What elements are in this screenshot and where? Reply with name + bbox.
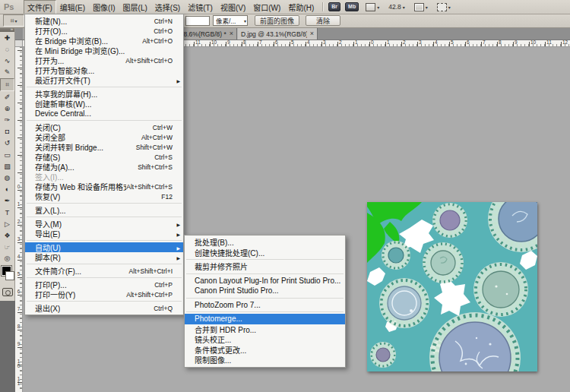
menu-item[interactable]: Device Central...: [25, 109, 183, 119]
menu-item[interactable]: 脚本(R)▶: [25, 252, 183, 262]
menu-item[interactable]: 置入(L)...: [25, 205, 183, 215]
menu-item[interactable]: 创建新审核(W)...: [25, 99, 183, 109]
menu-item-shortcut: F12: [161, 193, 180, 201]
ruler-label: 3: [323, 40, 326, 45]
launch-bridge-button[interactable]: Br: [328, 2, 340, 11]
menubar-item-image[interactable]: 图像(I): [89, 0, 119, 14]
dodge-tool[interactable]: ◐: [0, 184, 14, 195]
zoom-level-control[interactable]: 42.8 ▾: [386, 2, 407, 12]
resolution-unit-value: 像素/...: [216, 16, 236, 25]
zoom-level-value: 42.8: [388, 3, 401, 11]
background-color-swatch[interactable]: [5, 271, 14, 280]
front-image-button[interactable]: 前面的图像: [255, 15, 299, 26]
menu-item[interactable]: 镜头校正...: [185, 334, 345, 345]
menu-item-shortcut: Shift+Ctrl+S: [138, 163, 180, 171]
ruler-label: 4: [435, 40, 438, 45]
menubar-item-filter[interactable]: 滤镜(T): [184, 0, 217, 14]
lasso-tool[interactable]: ∿: [0, 55, 14, 66]
menu-item[interactable]: 文件简介(F)...Alt+Shift+Ctrl+I: [25, 266, 183, 276]
menu-item[interactable]: 打印一份(Y)Alt+Shift+Ctrl+P: [25, 289, 183, 299]
arrange-documents-icon: [414, 3, 424, 11]
menubar-item-file[interactable]: 文件(F): [24, 0, 56, 14]
menubar-menus: 文件(F)编辑(E)图像(I)图层(L)选择(S)滤镜(T)视图(V)窗口(W)…: [24, 0, 318, 14]
document-tab[interactable]: D.jpg @ 43.1%(RGB/8) *×: [237, 28, 318, 40]
menu-item[interactable]: 裁剪并修齐照片: [185, 261, 345, 272]
menu-item[interactable]: Canon Print Studio Pro...: [185, 286, 345, 296]
close-icon[interactable]: ×: [230, 30, 233, 37]
vertical-ruler[interactable]: 01234567891011: [15, 47, 23, 392]
eraser-tool[interactable]: ▭: [0, 149, 14, 160]
eyedropper-tool[interactable]: ✐: [0, 91, 14, 103]
quick-selection-tool[interactable]: ✎: [0, 67, 14, 78]
ruler-label: 8: [16, 324, 21, 328]
ruler-label: 9: [515, 40, 518, 45]
menubar-item-view[interactable]: 视图(V): [217, 0, 249, 14]
menubar-item-edit[interactable]: 编辑(E): [56, 0, 89, 14]
menubar-item-layer[interactable]: 图层(L): [119, 0, 151, 14]
ruler-label: 12: [562, 40, 568, 45]
document-image[interactable]: [367, 202, 537, 371]
menu-item[interactable]: 导出(E)▶: [25, 229, 183, 239]
menu-item-label: 置入(L)...: [35, 204, 66, 216]
menu-item-label: 创建新审核(W)...: [35, 98, 91, 109]
hand-tool[interactable]: ☞: [0, 242, 14, 253]
menu-item-label: 限制图像...: [195, 354, 231, 365]
menu-item[interactable]: PhotoZoom Pro 7...: [185, 300, 345, 311]
menu-item[interactable]: 恢复(V)F12: [25, 191, 183, 201]
ruler-label: 9: [16, 341, 21, 346]
clone-stamp-tool[interactable]: ◘: [0, 126, 14, 138]
ruler-label: 8: [243, 40, 246, 45]
menu-item-label: Device Central...: [35, 109, 91, 118]
menu-item[interactable]: 条件模式更改...: [185, 345, 345, 356]
menu-item[interactable]: 最近打开文件(T)▶: [25, 75, 183, 85]
brush-tool[interactable]: ✑: [0, 114, 14, 125]
submenu-arrow-icon: ▶: [176, 254, 180, 260]
resolution-unit-dropdown[interactable]: 像素/... ▾: [213, 15, 248, 26]
ruler-label: 5: [291, 40, 294, 45]
arrange-documents-button[interactable]: ▾: [412, 2, 430, 13]
menu-item-label: 恢复(V): [35, 191, 60, 202]
elliptical-marquee-tool[interactable]: ◌: [0, 43, 14, 55]
screen-mode-button[interactable]: ▾: [435, 2, 453, 13]
blur-tool[interactable]: ◍: [0, 172, 14, 183]
spot-healing-brush-tool[interactable]: ⊕: [0, 103, 14, 114]
menu-item[interactable]: 退出(X)Ctrl+Q: [25, 303, 183, 313]
ruler-label: 10: [211, 40, 217, 45]
clear-button[interactable]: 清除: [306, 15, 340, 26]
launch-mini-bridge-button[interactable]: Mb: [345, 2, 359, 11]
menu-item[interactable]: 批处理(B)...: [185, 237, 345, 248]
menu-item[interactable]: Canon Layout Plug-In for Print Studio Pr…: [185, 276, 345, 286]
menu-item-shortcut: Alt+Shift+Ctrl+O: [125, 57, 180, 65]
chevron-down-icon: ▾: [15, 18, 17, 24]
tool-preset-picker[interactable]: ⌗ ▾: [3, 14, 24, 27]
move-tool[interactable]: ✚: [0, 32, 14, 43]
menu-item[interactable]: 限制图像...: [185, 355, 345, 365]
crop-tool[interactable]: ⌗: [0, 78, 14, 91]
ruler-label: 5: [16, 271, 21, 276]
close-icon[interactable]: ×: [310, 30, 314, 37]
menubar-item-help[interactable]: 帮助(H): [284, 0, 318, 14]
chevron-down-icon: ▾: [377, 5, 379, 10]
menubar-item-window[interactable]: 窗口(W): [249, 0, 284, 14]
view-extras-icon: [366, 3, 375, 11]
menu-item-label: Photomerge...: [195, 315, 242, 323]
ruler-label: 1: [355, 40, 358, 45]
custom-shape-tool[interactable]: ❖: [0, 229, 14, 241]
menubar-item-select[interactable]: 选择(S): [151, 0, 184, 14]
zoom-tool[interactable]: ◎: [0, 253, 14, 264]
menu-item[interactable]: 创建快捷批处理(C)...: [185, 248, 345, 258]
ruler-label: 3: [16, 236, 21, 241]
menu-item-shortcut: Ctrl+P: [154, 281, 180, 289]
menu-separator: [27, 240, 182, 241]
type-tool[interactable]: T: [0, 207, 14, 218]
menu-item[interactable]: Photomerge...: [185, 314, 345, 324]
gradient-tool[interactable]: ▧: [0, 160, 14, 172]
quick-mask-button[interactable]: [2, 288, 13, 296]
menubar-controls: Br Mb ▾ 42.8 ▾ ▾ ▾: [322, 2, 453, 13]
history-brush-tool[interactable]: ↺: [0, 138, 14, 149]
resolution-input[interactable]: [185, 16, 210, 26]
menu-item[interactable]: 合并到 HDR Pro...: [185, 324, 345, 335]
path-selection-tool[interactable]: ▷: [0, 218, 14, 229]
view-extras-button[interactable]: ▾: [363, 2, 382, 13]
pen-tool[interactable]: ✒: [0, 195, 14, 207]
